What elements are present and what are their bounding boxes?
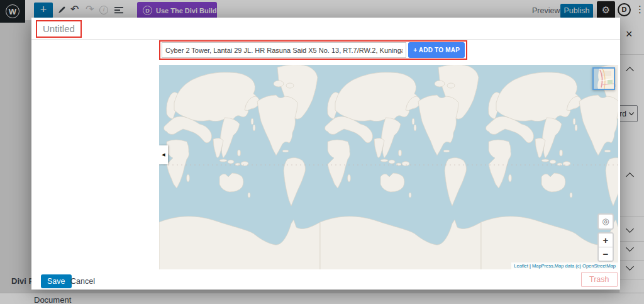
minimap-thumbnail [594, 69, 614, 89]
attribution-separator: | [530, 263, 531, 269]
address-annotation-box: + ADD TO MAP [159, 40, 467, 60]
locate-me-button[interactable]: ◎ [597, 213, 614, 230]
minimap-inset[interactable] [592, 67, 615, 90]
leaflet-world-map[interactable]: ◀ ◎ + − Leaflet [159, 65, 618, 269]
map-zoom-control: + − [597, 232, 614, 262]
map-title-placeholder[interactable]: Untitled [43, 23, 75, 34]
zoom-in-button[interactable]: + [599, 234, 613, 247]
collapse-panel-toggle[interactable]: ◀ [159, 145, 168, 164]
osm-attribution-link[interactable]: MapPress,Map data (c) OpenStreetMap [532, 263, 616, 269]
title-annotation-box: Untitled [36, 20, 82, 38]
cancel-button[interactable]: Cancel [70, 277, 95, 286]
locate-icon: ◎ [602, 217, 609, 226]
address-search-input[interactable] [162, 42, 406, 58]
zoom-out-button[interactable]: − [599, 247, 613, 261]
leaflet-link[interactable]: Leaflet [514, 263, 528, 269]
collapse-arrow-icon: ◀ [162, 152, 165, 157]
map-editor-modal: Untitled + ADD TO MAP [31, 18, 620, 290]
save-button[interactable]: Save [41, 274, 72, 288]
world-map-svg [159, 65, 618, 269]
trash-button[interactable]: Trash [581, 272, 618, 287]
add-to-map-button[interactable]: + ADD TO MAP [408, 42, 465, 58]
map-attribution: Leaflet | MapPress,Map data (c) OpenStre… [511, 262, 618, 269]
screen: W + ↶ ↷ i D Use The Divi Builder Preview… [0, 0, 644, 304]
modal-header-divider [31, 39, 620, 40]
